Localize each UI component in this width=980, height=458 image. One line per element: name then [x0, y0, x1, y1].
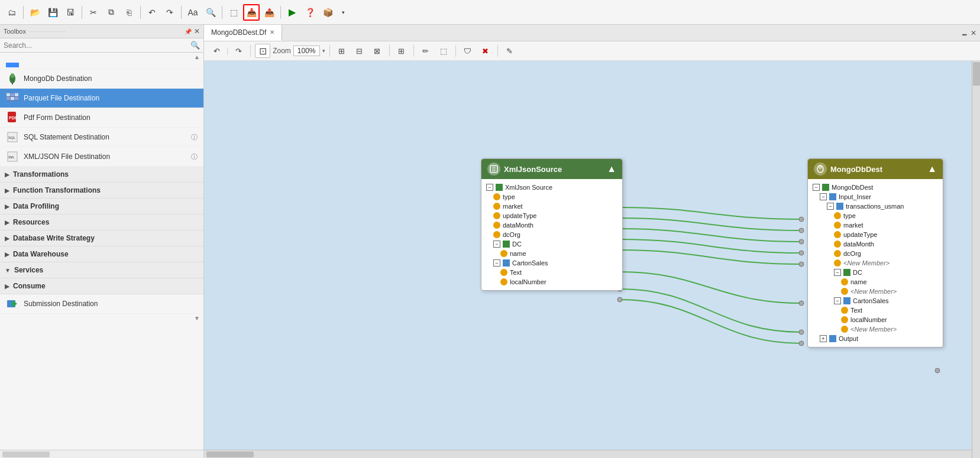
export-btn[interactable]: 📤: [261, 4, 277, 21]
save-as-btn[interactable]: 🖫: [62, 4, 79, 21]
category-transformations[interactable]: ▶ Transformations: [0, 167, 203, 183]
expand-btn[interactable]: ⊞: [334, 44, 350, 58]
source-localnumber-label: localNumber: [510, 278, 546, 285]
source-row-market: market: [481, 202, 622, 211]
dest-type-icon: [834, 212, 841, 219]
delete-btn[interactable]: ✖: [478, 44, 493, 58]
dest-toggle-cartonsales[interactable]: −: [834, 297, 841, 304]
toolbox-header: Toolbox ·················· 📌 ✕: [0, 25, 203, 38]
source-text-label: Text: [510, 269, 522, 276]
dest-new2-label: <New Member>: [850, 288, 897, 295]
import-btn[interactable]: 📥: [243, 4, 260, 21]
undo-btn[interactable]: ↶: [144, 4, 160, 21]
zoom-dropdown-icon[interactable]: ▾: [322, 48, 325, 54]
category-consume[interactable]: ▶ Consume: [0, 278, 203, 294]
cut-btn[interactable]: ✂: [85, 4, 102, 21]
sql-info-icon[interactable]: ⓘ: [191, 133, 198, 142]
shield-btn[interactable]: 🛡: [460, 44, 476, 58]
run-btn[interactable]: ▶: [284, 4, 300, 21]
collapse-btn[interactable]: ⊟: [352, 44, 367, 58]
copy-btn[interactable]: ⧉: [103, 4, 119, 21]
dest-toggle-transactions[interactable]: −: [827, 203, 834, 210]
redo-btn[interactable]: ↷: [161, 4, 178, 21]
search-input[interactable]: [4, 41, 188, 50]
edit-btn[interactable]: ✎: [502, 44, 518, 58]
toolbox-item-small-bar[interactable]: [0, 61, 203, 69]
select-btn[interactable]: ⬚: [436, 44, 451, 58]
dest-green-sq: [822, 184, 829, 191]
toolbox-item-parquet[interactable]: Parquet File Destination: [0, 89, 203, 108]
dest-toggle-output[interactable]: +: [820, 335, 827, 342]
toolbox-item-xml[interactable]: XML XML/JSON File Destination ⓘ: [0, 147, 203, 167]
canvas-sep3: [389, 45, 390, 57]
tab-close-all-btn[interactable]: ✕: [971, 29, 976, 37]
source-collapse-btn[interactable]: ▲: [607, 164, 616, 174]
category-resources[interactable]: ▶ Resources: [0, 215, 203, 230]
resources-label: Resources: [13, 218, 49, 226]
toolbox-hscroll[interactable]: [0, 450, 203, 458]
new-folder-btn[interactable]: 🗂: [4, 4, 20, 21]
submission-icon: [6, 297, 19, 310]
category-data-warehouse[interactable]: ▶ Data Warehouse: [0, 246, 203, 262]
toolbox-item-submission[interactable]: Submission Destination: [0, 294, 203, 314]
canvas-hscroll[interactable]: [204, 450, 972, 458]
dest-toggle-dc[interactable]: −: [834, 269, 841, 276]
open-btn[interactable]: 📂: [27, 4, 43, 21]
source-row-dc: − DC: [481, 239, 622, 249]
tab-collapse-btn[interactable]: 🗕: [961, 29, 968, 37]
toolbox-item-mongodb[interactable]: MongoDb Destination: [0, 69, 203, 89]
zoom-value[interactable]: 100%: [293, 46, 320, 56]
source-toggle-cartonsales[interactable]: −: [493, 259, 500, 267]
category-services[interactable]: ▼ Services: [0, 262, 203, 278]
source-row-label-root: XmlJson Source: [505, 184, 552, 191]
dest-row-transactions: − transactions_usman: [808, 202, 943, 211]
svg-point-33: [799, 301, 804, 306]
scroll-up-icon[interactable]: ▲: [194, 54, 200, 60]
dest-collapse-btn[interactable]: ▲: [927, 164, 937, 174]
market-icon: [493, 203, 500, 210]
toolbox-item-pdf[interactable]: PDF Pdf Form Destination: [0, 108, 203, 128]
toolbox-item-sql[interactable]: SQL SQL Statement Destination ⓘ: [0, 128, 203, 147]
find-btn[interactable]: 🔍: [202, 4, 219, 21]
tab-label: MongoDBDest.Df: [211, 28, 266, 37]
source-header-left: XmlJsonSource: [487, 163, 562, 176]
pen-btn[interactable]: ✏: [418, 44, 434, 58]
dest-toggle-input[interactable]: −: [820, 193, 827, 200]
help-btn[interactable]: ❓: [302, 4, 318, 21]
display-btn[interactable]: ⬚: [225, 4, 242, 21]
source-toggle-dc[interactable]: −: [493, 241, 500, 248]
layout-btn[interactable]: ⊠: [370, 44, 385, 58]
save-btn[interactable]: 💾: [44, 4, 61, 21]
paste-btn[interactable]: ⎗: [121, 4, 137, 21]
tab-mongodbdest[interactable]: MongoDBDest.Df ✕: [204, 25, 282, 41]
tab-bar: MongoDBDest.Df ✕ 🗕 ✕: [204, 25, 980, 41]
canvas-sep5: [455, 45, 456, 57]
canvas-undo-btn[interactable]: ↶: [209, 44, 224, 58]
dropdown-btn[interactable]: ▾: [335, 4, 351, 21]
canvas-redo-btn[interactable]: ↷: [231, 44, 246, 58]
category-db-write-strategy[interactable]: ▶ Database Write Strategy: [0, 230, 203, 246]
xml-info-icon[interactable]: ⓘ: [191, 152, 198, 161]
dest-output-label: Output: [839, 335, 858, 342]
scroll-down-icon[interactable]: ▼: [194, 315, 200, 321]
name-icon: [500, 250, 507, 257]
sep1: [23, 6, 24, 19]
fit-page-btn[interactable]: ⊡: [255, 44, 270, 58]
font-btn[interactable]: Aa: [185, 4, 201, 21]
canvas[interactable]: XmlJsonSource ▲ − XmlJson Source type: [204, 61, 980, 458]
tab-close-icon[interactable]: ✕: [270, 29, 274, 35]
category-data-profiling[interactable]: ▶ Data Profiling: [0, 199, 203, 215]
zoom-label: Zoom: [273, 47, 291, 55]
source-toggle-root[interactable]: −: [486, 184, 493, 191]
canvas-vscroll[interactable]: [972, 61, 980, 458]
package-btn[interactable]: 📦: [319, 4, 336, 21]
dest-toggle-root[interactable]: −: [813, 184, 820, 191]
dest-new3-label: <New Member>: [850, 326, 897, 333]
grid-btn[interactable]: ⊞: [394, 44, 409, 58]
dest-node[interactable]: MongoDbDest ▲ − MongoDbDest − In: [807, 158, 943, 347]
source-node[interactable]: XmlJsonSource ▲ − XmlJson Source type: [481, 158, 623, 291]
close-toolbox-btn[interactable]: ✕: [194, 27, 200, 35]
sep5: [222, 6, 222, 19]
category-function-transformations[interactable]: ▶ Function Transformations: [0, 183, 203, 199]
pin-icon[interactable]: 📌: [185, 28, 192, 35]
